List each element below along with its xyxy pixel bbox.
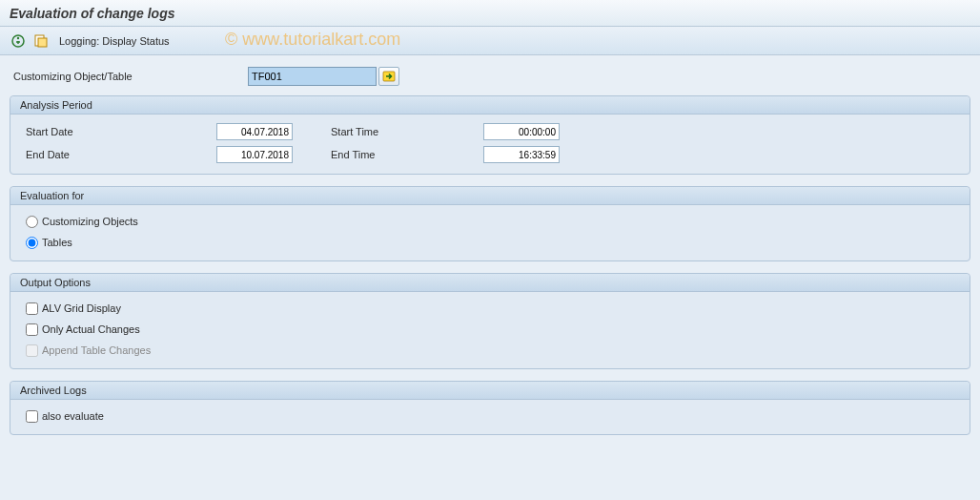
- radio-customizing-objects[interactable]: [26, 216, 38, 228]
- check-only-actual-row: Only Actual Changes: [20, 319, 960, 340]
- start-time-label: Start Time: [293, 126, 483, 137]
- end-date-row: End Date End Time: [20, 143, 960, 166]
- object-table-row: Customizing Object/Table: [10, 67, 970, 86]
- multiple-selection-button[interactable]: [378, 67, 399, 86]
- checkbox-alv-grid[interactable]: [26, 302, 38, 315]
- evaluation-for-header: Evaluation for: [10, 187, 970, 205]
- analysis-period-group: Analysis Period Start Date Start Time En…: [10, 95, 970, 175]
- output-options-group: Output Options ALV Grid Display Only Act…: [10, 273, 970, 369]
- archived-logs-header: Archived Logs: [10, 382, 970, 400]
- start-date-input[interactable]: [216, 123, 293, 140]
- logging-status-label[interactable]: Logging: Display Status: [59, 35, 170, 47]
- end-time-input[interactable]: [483, 146, 560, 163]
- object-table-label: Customizing Object/Table: [10, 71, 248, 82]
- svg-rect-5: [38, 38, 47, 47]
- variant-icon[interactable]: [32, 32, 50, 50]
- radio-customizing-row: Customizing Objects: [20, 211, 960, 232]
- radio-customizing-label: Customizing Objects: [42, 216, 138, 227]
- end-date-label: End Date: [20, 149, 216, 160]
- watermark: © www.tutorialkart.com: [225, 30, 400, 50]
- archived-logs-group: Archived Logs also evaluate: [10, 381, 970, 435]
- start-date-label: Start Date: [20, 126, 216, 137]
- toolbar: Logging: Display Status © www.tutorialka…: [0, 27, 980, 55]
- checkbox-also-evaluate-label: also evaluate: [42, 410, 104, 422]
- checkbox-only-actual[interactable]: [26, 323, 38, 336]
- check-alv-row: ALV Grid Display: [20, 298, 960, 319]
- start-time-input[interactable]: [483, 123, 560, 140]
- arrow-right-icon: [382, 71, 396, 82]
- checkbox-alv-label: ALV Grid Display: [42, 302, 121, 314]
- svg-point-1: [17, 36, 19, 38]
- content-area: Customizing Object/Table Analysis Period…: [0, 55, 980, 500]
- object-table-input[interactable]: [248, 67, 377, 86]
- checkbox-also-evaluate[interactable]: [26, 410, 38, 423]
- checkbox-append-label: Append Table Changes: [42, 344, 151, 356]
- end-time-label: End Time: [293, 149, 483, 160]
- start-date-row: Start Date Start Time: [20, 120, 960, 143]
- evaluation-for-group: Evaluation for Customizing Objects Table…: [10, 186, 970, 261]
- check-also-evaluate-row: also evaluate: [20, 406, 960, 427]
- radio-tables-row: Tables: [20, 232, 960, 253]
- radio-tables-label: Tables: [42, 237, 72, 248]
- analysis-period-header: Analysis Period: [10, 96, 970, 115]
- checkbox-only-actual-label: Only Actual Changes: [42, 323, 140, 335]
- output-options-header: Output Options: [10, 274, 970, 292]
- checkbox-append-table: [26, 344, 38, 357]
- end-date-input[interactable]: [216, 146, 293, 163]
- title-bar: Evaluation of change logs: [0, 0, 980, 27]
- execute-icon[interactable]: [10, 32, 27, 50]
- check-append-row: Append Table Changes: [20, 340, 960, 361]
- radio-tables[interactable]: [26, 237, 38, 249]
- page-title: Evaluation of change logs: [10, 6, 174, 21]
